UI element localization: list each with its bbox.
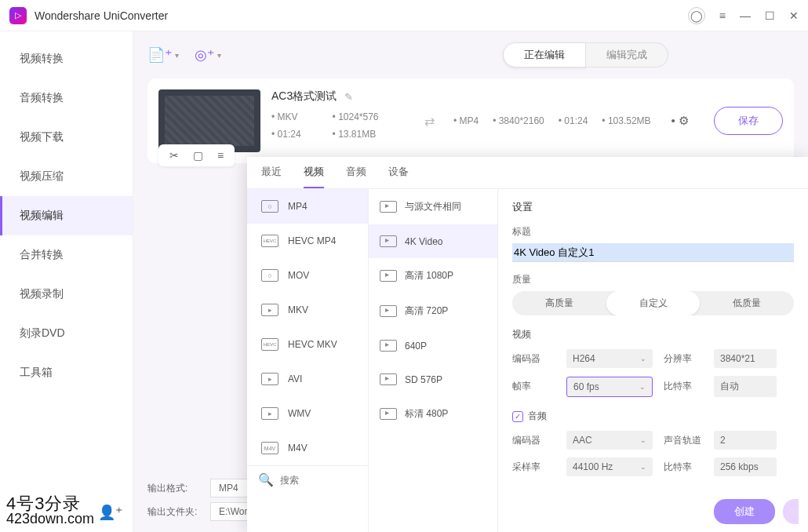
a-sample-label: 采样率 [512, 461, 555, 474]
v-res-select[interactable]: 3840*21 [714, 349, 777, 368]
format-list: ○MP4 HEVCHEVC MP4 ○MOV ▸MKV HEVCHEVC MKV… [247, 189, 369, 532]
maximize-icon[interactable]: ☐ [765, 9, 775, 22]
menu-icon[interactable]: ≡ [719, 9, 726, 22]
format-avi[interactable]: ▸AVI [247, 362, 368, 396]
preset-576p[interactable]: SD 576P [369, 363, 497, 396]
app-logo [9, 7, 27, 24]
video-thumbnail[interactable] [158, 89, 260, 152]
cut-icon[interactable]: ✂ [169, 149, 179, 162]
quality-segmented: 高质量 自定义 低质量 [512, 291, 794, 315]
rename-icon[interactable]: ✎ [344, 91, 353, 103]
person-icon: 👤⁺ [98, 504, 123, 521]
title-label: 标题 [512, 225, 794, 239]
format-mp4[interactable]: ○MP4 [247, 189, 368, 224]
preset-same-as-source[interactable]: 与源文件相同 [369, 189, 497, 224]
settings-panel: 设置 标题 质量 高质量 自定义 低质量 视频 编码器 H264⌄ 分辨率 38… [498, 189, 808, 532]
preset-480p[interactable]: 标清 480P [369, 396, 497, 432]
sidebar-item-video-convert[interactable]: 视频转换 [0, 39, 133, 78]
preset-1080p[interactable]: 高清 1080P [369, 258, 497, 293]
format-wmv[interactable]: ▸WMV [247, 396, 368, 431]
format-mov[interactable]: ○MOV [247, 258, 368, 293]
preset-640p[interactable]: 640P [369, 329, 497, 363]
add-file-button[interactable]: 📄⁺▾ [147, 46, 179, 64]
sidebar-item-audio-convert[interactable]: 音频转换 [0, 78, 133, 118]
format-popup: 最近 视频 音频 设备 ○MP4 HEVCHEVC MP4 ○MOV ▸MKV … [247, 157, 808, 532]
tab-audio[interactable]: 音频 [346, 165, 366, 188]
quality-label: 质量 [512, 273, 794, 286]
format-search: 🔍 [247, 465, 368, 494]
preset-720p[interactable]: 高清 720P [369, 293, 497, 329]
out-duration: 01:24 [559, 115, 588, 126]
a-encoder-label: 编码器 [512, 434, 555, 447]
sidebar-item-toolbox[interactable]: 工具箱 [0, 353, 133, 392]
shuffle-icon[interactable]: ⇄ [424, 114, 435, 129]
sidebar-item-merge[interactable]: 合并转换 [0, 235, 133, 275]
format-m4v[interactable]: M4VM4V [247, 431, 368, 465]
status-segmented: 正在编辑 编辑完成 [503, 42, 668, 67]
titlebar: Wondershare UniConverter ◯ ≡ — ☐ ✕ [0, 0, 808, 31]
app-title: Wondershare UniConverter [35, 9, 688, 22]
settings-icon[interactable]: ⚙ [672, 114, 689, 128]
out-size: 103.52MB [602, 115, 650, 126]
src-format: MKV [271, 111, 301, 122]
tab-video[interactable]: 视频 [304, 165, 324, 188]
a-channel-label: 声音轨道 [664, 434, 703, 447]
watermark: 4号3分录 423down.com [6, 496, 94, 526]
sidebar-item-burn-dvd[interactable]: 刻录DVD [0, 314, 133, 353]
settings-title: 设置 [512, 200, 794, 214]
output-meta: MP4 3840*2160 01:24 103.52MB ⚙ [453, 89, 689, 152]
crop-icon[interactable]: ▢ [193, 149, 203, 162]
seg-editing[interactable]: 正在编辑 [503, 42, 586, 67]
seg-done[interactable]: 编辑完成 [586, 42, 668, 67]
v-encoder-select[interactable]: H264⌄ [566, 349, 653, 368]
file-card: AC3格式测试 ✎ MKV 01:24 1024*576 13.81MB ⇄ M… [147, 78, 794, 163]
search-icon: 🔍 [258, 472, 274, 487]
a-bitrate-label: 比特率 [664, 461, 703, 474]
format-mkv[interactable]: ▸MKV [247, 293, 368, 327]
search-input[interactable] [280, 475, 369, 486]
a-bitrate-select[interactable]: 256 kbps [714, 457, 777, 476]
sidebar-item-video-edit[interactable]: 视频编辑 [0, 196, 133, 235]
quality-high[interactable]: 高质量 [512, 291, 606, 315]
a-sample-select[interactable]: 44100 Hz⌄ [566, 457, 653, 476]
save-button[interactable]: 保存 [714, 107, 783, 135]
create-button[interactable]: 创建 [714, 499, 775, 524]
cancel-button-partial[interactable] [783, 499, 799, 524]
src-resolution: 1024*576 [333, 111, 379, 122]
v-bitrate-label: 比特率 [664, 380, 703, 393]
file-title: AC3格式测试 [271, 89, 337, 104]
close-icon[interactable]: ✕ [789, 9, 799, 22]
src-duration: 01:24 [271, 129, 301, 140]
audio-section-head: ✓音频 [512, 410, 794, 423]
audio-checkbox[interactable]: ✓ [512, 411, 523, 422]
minimize-icon[interactable]: — [740, 9, 751, 22]
out-format: MP4 [453, 115, 479, 126]
tab-recent[interactable]: 最近 [261, 165, 282, 188]
format-hevc-mp4[interactable]: HEVCHEVC MP4 [247, 224, 368, 258]
a-encoder-select[interactable]: AAC⌄ [566, 431, 653, 450]
preset-4k[interactable]: 4K Video [369, 224, 497, 258]
effects-icon[interactable]: ≡ [217, 149, 224, 162]
output-format-label: 输出格式: [147, 482, 202, 495]
src-size: 13.81MB [333, 129, 379, 140]
v-bitrate-select[interactable]: 自动 [714, 376, 777, 397]
title-input[interactable] [512, 243, 794, 262]
sidebar: 视频转换 音频转换 视频下载 视频压缩 视频编辑 合并转换 视频录制 刻录DVD… [0, 31, 133, 532]
edit-toolbar: ✂ ▢ ≡ [158, 144, 235, 166]
add-disc-button[interactable]: ◎⁺▾ [195, 46, 221, 64]
quality-custom[interactable]: 自定义 [606, 291, 701, 315]
format-hevc-mkv[interactable]: HEVCHEVC MKV [247, 327, 368, 362]
sidebar-item-video-download[interactable]: 视频下载 [0, 118, 133, 157]
tab-device[interactable]: 设备 [388, 165, 409, 188]
sidebar-item-video-compress[interactable]: 视频压缩 [0, 157, 133, 196]
quality-low[interactable]: 低质量 [700, 291, 794, 315]
v-encoder-label: 编码器 [512, 352, 555, 366]
sidebar-item-record[interactable]: 视频录制 [0, 275, 133, 314]
account-icon[interactable]: ◯ [688, 7, 705, 24]
output-folder-label: 输出文件夹: [147, 505, 202, 519]
v-fps-select[interactable]: 60 fps⌄ [566, 377, 653, 397]
a-channel-select[interactable]: 2 [714, 431, 777, 450]
v-fps-label: 帧率 [512, 380, 555, 393]
video-section-head: 视频 [512, 328, 794, 341]
v-res-label: 分辨率 [664, 352, 703, 366]
